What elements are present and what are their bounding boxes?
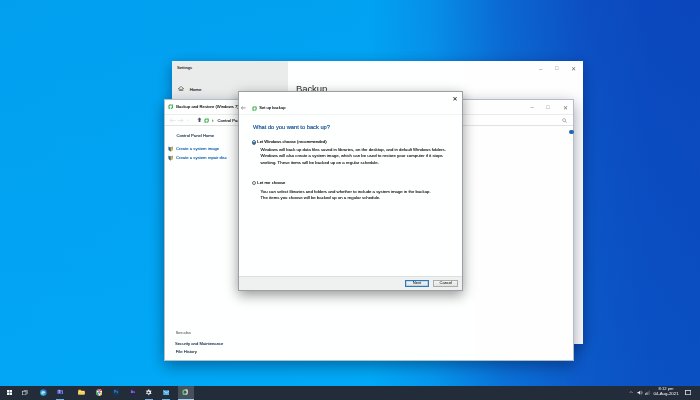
svg-text:Au: Au	[131, 391, 135, 395]
svg-text:Ps: Ps	[114, 391, 118, 395]
